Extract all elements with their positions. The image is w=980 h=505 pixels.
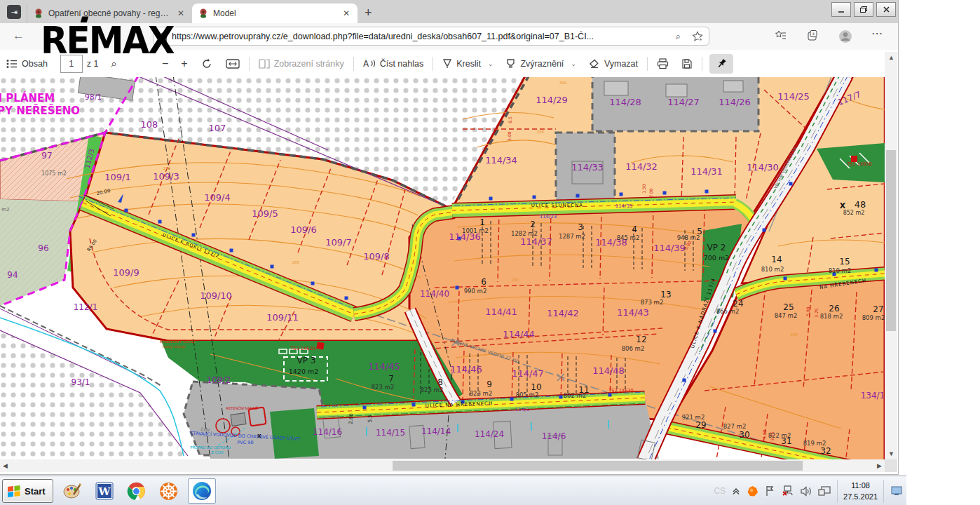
- zoom-page-icon[interactable]: ⌕: [676, 31, 681, 42]
- word-app-icon[interactable]: W: [91, 479, 118, 503]
- collections-icon[interactable]: +: [806, 29, 819, 42]
- page-view-button[interactable]: Zobrazení stránky: [259, 58, 344, 69]
- start-button[interactable]: Start: [2, 479, 53, 503]
- svg-text:823 m2: 823 m2: [372, 384, 395, 391]
- favorite-star-icon[interactable]: +: [692, 31, 703, 42]
- svg-text:27: 27: [873, 304, 883, 314]
- show-desktop-button[interactable]: [890, 480, 903, 501]
- svg-text:nový sloup: nový sloup: [163, 344, 186, 349]
- svg-text:990 m2: 990 m2: [464, 288, 487, 295]
- scroll-right-icon[interactable]: ▶: [877, 462, 882, 469]
- fit-width-icon[interactable]: [226, 58, 240, 69]
- horizontal-scroll-thumb[interactable]: [393, 461, 803, 471]
- tab-close-icon[interactable]: ✕: [341, 8, 352, 18]
- rotate-icon[interactable]: [200, 58, 213, 70]
- svg-text:15: 15: [839, 257, 850, 267]
- vertical-scroll-thumb[interactable]: [886, 150, 896, 331]
- scroll-up-icon[interactable]: ▲: [888, 54, 894, 61]
- svg-text:114/30: 114/30: [747, 162, 779, 173]
- read-aloud-button[interactable]: A Číst nahlas: [363, 58, 424, 69]
- language-indicator[interactable]: CS: [714, 486, 726, 496]
- svg-text:109/5: 109/5: [252, 208, 278, 219]
- svg-text:TS3 1X630: TS3 1X630: [290, 346, 315, 351]
- svg-text:24: 24: [733, 299, 743, 309]
- svg-text:TS1 1X630: TS1 1X630: [846, 161, 871, 167]
- svg-text:VP 3: VP 3: [297, 356, 316, 365]
- tray-date: 27.5.2021: [843, 491, 878, 503]
- chrome-app-icon[interactable]: [123, 479, 150, 503]
- svg-text:7.00: 7.00: [648, 188, 653, 198]
- svg-text:3.75: 3.75: [770, 431, 775, 441]
- tab-model[interactable]: Model ✕: [192, 4, 358, 23]
- highlight-button[interactable]: Zvýraznění⌄: [505, 58, 576, 69]
- draw-button[interactable]: Kreslit⌄: [442, 58, 493, 69]
- back-button[interactable]: ←: [13, 29, 25, 43]
- address-field[interactable]: https://www.petrovuprahy.cz/e_download.p…: [153, 27, 709, 46]
- svg-text:RETENČNÍ NÁDRŽ: RETENČNÍ NÁDRŽ: [226, 406, 258, 410]
- restore-button[interactable]: [854, 2, 873, 17]
- profile-avatar-icon[interactable]: [838, 29, 852, 43]
- svg-text:114/14: 114/14: [421, 426, 451, 436]
- hidden-icons-chevron[interactable]: [732, 487, 740, 495]
- helm-app-icon[interactable]: [156, 479, 182, 503]
- display-icon[interactable]: [818, 485, 831, 497]
- save-icon[interactable]: [681, 58, 693, 69]
- network-icon[interactable]: [782, 485, 794, 497]
- pin-toolbar-button[interactable]: [709, 54, 733, 74]
- tab-title: Opatření obecné povahy - regula: [48, 8, 171, 18]
- favorites-list-icon[interactable]: [775, 29, 787, 42]
- svg-text:6: 6: [481, 277, 486, 287]
- print-icon[interactable]: [657, 58, 669, 69]
- svg-text:285: 285: [292, 260, 300, 264]
- pdf-map-document[interactable]: ULAČNÍM PLÁNEMMCI 1.-3.ETAPY NEŘEŠENO98/…: [0, 77, 885, 459]
- chevron-down-icon[interactable]: ⌄: [571, 60, 576, 67]
- svg-text:847 m2: 847 m2: [775, 312, 798, 319]
- edge-app-icon[interactable]: [188, 478, 216, 504]
- window-controls: [831, 2, 896, 17]
- erase-button[interactable]: Vymazat: [589, 59, 638, 69]
- scroll-down-icon[interactable]: ▼: [888, 450, 894, 457]
- svg-text:98/1: 98/1: [85, 93, 102, 102]
- svg-text:X: X: [840, 201, 846, 210]
- tab-close-icon[interactable]: ✕: [175, 8, 186, 18]
- paint-app-icon[interactable]: [59, 479, 86, 503]
- svg-text:25: 25: [783, 302, 794, 312]
- svg-text:802 m2: 802 m2: [564, 392, 587, 399]
- scroll-left-icon[interactable]: ◀: [3, 462, 8, 469]
- horizontal-scrollbar[interactable]: ◀ ▶: [0, 459, 885, 472]
- tray-clock[interactable]: 11:08 27.5.2021: [837, 480, 884, 503]
- svg-text:A: A: [363, 59, 369, 69]
- svg-text:114/40: 114/40: [420, 289, 449, 299]
- svg-text:109/6: 109/6: [290, 224, 316, 235]
- svg-text:290: 290: [163, 166, 171, 170]
- action-center-flag-icon[interactable]: [765, 485, 775, 497]
- minimize-button[interactable]: [831, 2, 851, 17]
- new-tab-button[interactable]: +: [365, 6, 372, 20]
- settings-menu-icon[interactable]: ⋯: [871, 27, 883, 40]
- close-button[interactable]: [876, 2, 896, 17]
- svg-text:134/1: 134/1: [861, 391, 885, 400]
- svg-text:MCI 1.-3.ETAPY NEŘEŠENO: MCI 1.-3.ETAPY NEŘEŠENO: [0, 104, 80, 117]
- svg-text:Z ČOV: Z ČOV: [211, 450, 224, 454]
- svg-text:806 m2: 806 m2: [622, 345, 645, 352]
- contents-icon: [6, 59, 18, 69]
- svg-text:W: W: [97, 485, 111, 498]
- volume-icon[interactable]: [801, 486, 812, 497]
- read-aloud-icon: A: [363, 58, 376, 69]
- zoom-in-button[interactable]: +: [181, 58, 187, 70]
- svg-text:114/33: 114/33: [571, 162, 604, 173]
- svg-text:823 m2: 823 m2: [470, 390, 493, 397]
- svg-text:285: 285: [512, 278, 519, 282]
- avast-icon[interactable]: [747, 485, 758, 497]
- svg-text:48: 48: [855, 199, 866, 210]
- chevron-down-icon[interactable]: ⌄: [488, 60, 494, 67]
- vertical-scrollbar[interactable]: ▲ ▼: [885, 52, 897, 459]
- svg-text:+: +: [699, 37, 702, 42]
- map-canvas[interactable]: ULAČNÍM PLÁNEMMCI 1.-3.ETAPY NEŘEŠENO98/…: [0, 77, 885, 459]
- svg-text:823 m2: 823 m2: [421, 386, 444, 393]
- tab-actions-icon[interactable]: ⇥: [7, 5, 21, 19]
- scrollbar-corner: [885, 459, 897, 472]
- svg-text:114/43: 114/43: [617, 307, 649, 318]
- svg-text:114/35: 114/35: [615, 203, 633, 209]
- svg-text:114/26: 114/26: [719, 97, 751, 107]
